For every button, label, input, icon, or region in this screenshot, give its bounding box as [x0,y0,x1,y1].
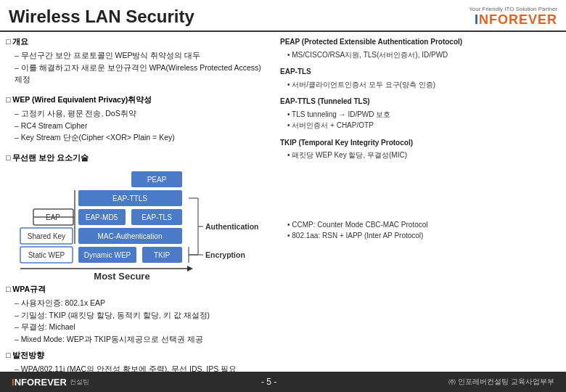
eap-md5-label: EAP-MD5 [86,213,118,221]
ccmp-section: CCMP: Counter Mode CBC-MAC Protocol 802.… [280,219,557,242]
wpa-item-4: Mixed Mode: WEP과 TKIP동시제공으로 선택권 제공 [15,333,268,346]
most-secure-label: Most Secure [94,271,149,282]
dev-title: □ 발전방향 [6,350,268,362]
main-content: □ 개요 무선구간 보안 프로토콜인 WEP방식 취약성의 대두 이를 해결하고… [0,32,566,366]
peap-sub-1: MS/CISCO/RSA지원, TLS(서버인증서), ID/PWD [280,49,557,61]
tkip-title: TKIP (Temporal Key Integrity Protocol) [280,137,557,149]
encryption-label: Encryption [205,250,245,259]
eap-tls-title: EAP-TLS [280,66,557,78]
authentication-label: Authentication [205,222,259,231]
wep-list: 고정키 사용, 평문 전송, DoS취약 RC4 Stream Cipher K… [6,107,175,144]
eap-ttls-sub-1: TLS tunneling → ID/PWD 보호 [280,109,557,121]
left-column: □ 개요 무선구간 보안 프로토콜인 WEP방식 취약성의 대두 이를 해결하고… [6,36,274,362]
eap-ttls-label: EAP-TTLS [112,195,147,203]
peap-label: PEAP [147,176,167,184]
mac-auth-label: MAC-Authentication [98,232,163,240]
overview-list: 무선구간 보안 프로토콜인 WEP방식 취약성의 대두 이를 해결하고자 새로운… [6,49,268,86]
page-title: Wireless LAN Security [9,7,194,27]
peap-title: PEAP (Protected Extensible Authenticatio… [280,36,557,48]
footer-logo: INFOREVER 컨설팅 [12,377,89,388]
overview-item-2: 이를 해결하고자 새로운 보안규격인 WPA(Wireless Protecte… [15,62,268,86]
wpa-section: □ WPA규격 사용자인증: 802.1x EAP 기밀성: TKIP (패킷당… [6,284,268,346]
ccmp-sub-2: 802.1aa: RSN + IAPP (Inter AP Protocol) [280,230,557,242]
right-column: PEAP (Protected Extensible Authenticatio… [274,36,557,362]
footer: INFOREVER 컨설팅 - 5 - ㈜ 인포레버컨설팅 교육사업부부 [0,372,566,392]
logo-text: INFOREVER [475,12,557,28]
eap-tls-section: EAP-TLS 서버/클라이언트인증서 모두 요구(양측 인증) [280,66,557,90]
wep-item-1: 고정키 사용, 평문 전송, DoS취약 [15,107,175,120]
wpa-list: 사용자인증: 802.1x EAP 기밀성: TKIP (패킷당 할당, 동적키… [6,297,268,346]
footer-tagline: 컨설팅 [70,377,89,387]
eap-ttls-title: EAP-TTLS (Tunneled TLS) [280,96,557,107]
tkip-label: TKIP [154,251,171,259]
wep-section: □ WEP (Wired Equivalent Privacy)취약성 고정키 … [6,94,268,148]
security-diagram: Static WEP Dynamic WEP TKIP Shared Key M… [13,167,260,279]
logo-area: Your Friendly ITO Solution Partner INFOR… [469,6,557,28]
wireless-title: □ 무선랜 보안 요소기술 [6,152,268,164]
diagram-svg: Static WEP Dynamic WEP TKIP Shared Key M… [13,167,260,283]
ccmp-sub-1: CCMP: Counter Mode CBC-MAC Protocol [280,219,557,231]
wpa-item-3: 무결성: Michael [15,321,268,333]
wep-item-2: RC4 Stream Cipher [15,120,175,132]
shared-key-label: Shared Key [28,232,65,240]
header: Wireless LAN Security Your Friendly ITO … [0,0,566,32]
wireless-section: □ 무선랜 보안 요소기술 [6,152,268,164]
logo-rest: NFOREVER [479,12,557,27]
eap-ttls-section: EAP-TTLS (Tunneled TLS) TLS tunneling → … [280,96,557,131]
overview-content: □ 개요 무선구간 보안 프로토콜인 WEP방식 취약성의 대두 이를 해결하고… [6,36,268,90]
wpa-title: □ WPA규격 [6,284,268,295]
most-secure-arrow [187,266,193,271]
footer-page-number: - 5 - [261,377,276,387]
footer-logo-text: INFOREVER [12,377,67,388]
footer-company: ㈜ 인포레버컨설팅 교육사업부부 [448,377,554,387]
overview-section: □ 개요 무선구간 보안 프로토콜인 WEP방식 취약성의 대두 이를 해결하고… [6,36,268,90]
dynamic-wep-label: Dynamic WEP [84,251,131,259]
eap-ttls-sub-2: 서버인증서 + CHAP/OTP [280,120,557,131]
eap-tls-label: EAP-TLS [142,213,172,221]
peap-section: PEAP (Protected Extensible Authenticatio… [280,36,557,60]
wpa-item-2: 기밀성: TKIP (패킷당 할당, 동적키 할당, 키 값 재설정) [15,309,268,322]
eap-tls-sub-1: 서버/클라이언트인증서 모두 요구(양측 인증) [280,79,557,91]
static-wep-label: Static WEP [28,251,65,259]
wep-title: □ WEP (Wired Equivalent Privacy)취약성 [6,94,175,106]
wep-content: □ WEP (Wired Equivalent Privacy)취약성 고정키 … [6,94,175,148]
overview-title: □ 개요 [6,36,268,48]
tkip-section: TKIP (Temporal Key Integrity Protocol) 패… [280,137,557,161]
overview-item-1: 무선구간 보안 프로토콜인 WEP방식 취약성의 대두 [15,49,268,62]
wep-item-3: Key Stream 단순(Cipher <XOR> Plain = Key) [15,131,175,144]
wpa-item-1: 사용자인증: 802.1x EAP [15,297,268,309]
logo-tagline: Your Friendly ITO Solution Partner [469,6,557,12]
tkip-sub-1: 패킷당 WEP Key 할당, 무결성(MIC) [280,150,557,161]
